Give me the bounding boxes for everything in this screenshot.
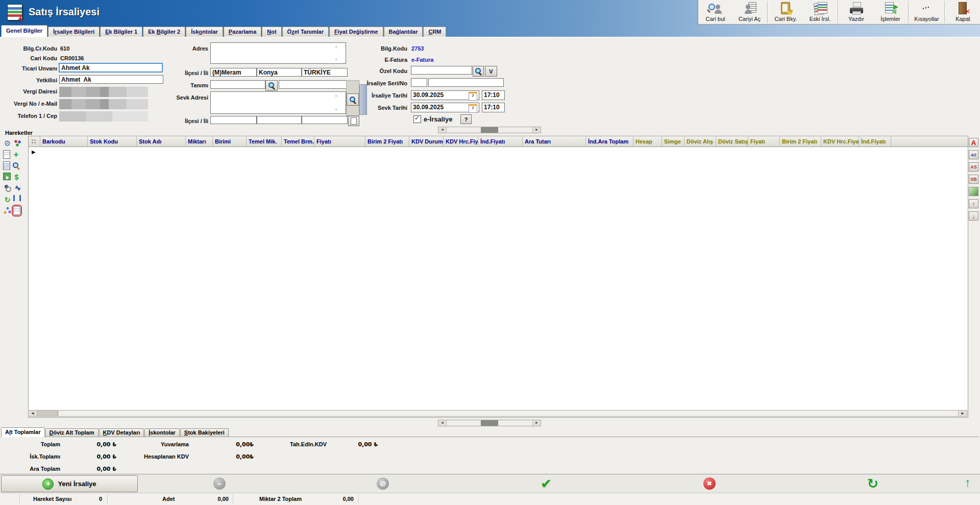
- calendar-icon[interactable]: 7: [469, 92, 477, 101]
- grid-column-header[interactable]: Miktarı: [186, 136, 213, 147]
- tab[interactable]: İskontolar: [186, 27, 223, 37]
- confirm-button[interactable]: ✔: [540, 477, 552, 490]
- grid-column-header[interactable]: Fiyatı: [748, 136, 780, 147]
- tab[interactable]: Ek Bilgiler 2: [143, 27, 185, 37]
- grid-column-header[interactable]: Döviz Alış: [684, 136, 716, 147]
- grid-column-header[interactable]: İnd.Fiyatı: [859, 136, 891, 147]
- sevk-tarihi-input[interactable]: 30.09.2025 7: [411, 103, 479, 112]
- yetkilisi-input[interactable]: [59, 75, 163, 84]
- settings-icon[interactable]: ⚙: [3, 139, 12, 148]
- yeni-irsaliye-button[interactable]: + Yeni İrsaliye: [1, 475, 138, 492]
- sort-az-button[interactable]: AZ: [969, 150, 978, 159]
- ilce-input[interactable]: [210, 68, 257, 77]
- kapat-button[interactable]: ✕ Kapat: [946, 0, 980, 24]
- totals-tab[interactable]: KDV Detayları: [99, 428, 144, 437]
- grid-column-header[interactable]: Hesap: [633, 136, 662, 147]
- eski-irsl-button[interactable]: Eski İrsl.: [803, 0, 837, 24]
- ozel-kodu-lookup-button[interactable]: [473, 66, 484, 77]
- irsaliye-no-input[interactable]: [428, 78, 504, 87]
- find-item-icon[interactable]: [12, 161, 20, 170]
- irsaliye-saati-input[interactable]: 17:10: [482, 90, 505, 100]
- sort-a-button[interactable]: A: [969, 138, 978, 147]
- kisayollar-button[interactable]: Kısayollar: [910, 0, 944, 24]
- address-detail-button[interactable]: [348, 116, 359, 126]
- adres-textarea[interactable]: [210, 42, 346, 64]
- grid-column-header[interactable]: Barkodu: [40, 136, 88, 147]
- delete-button[interactable]: ✖: [703, 477, 716, 490]
- import-icon[interactable]: [3, 173, 11, 180]
- move-down-button[interactable]: ↓: [969, 211, 978, 221]
- tab[interactable]: Fiyat Değiştirme: [329, 27, 383, 37]
- scroll-up-icon[interactable]: ▲: [334, 44, 978, 49]
- grid-column-header[interactable]: İnd.Fiyatı: [478, 136, 523, 147]
- tab[interactable]: Pazarlama: [224, 27, 261, 37]
- move-up-button[interactable]: ↑: [969, 199, 978, 208]
- grid-column-header[interactable]: KDV Hrc.Fiyat: [821, 136, 859, 147]
- scroll-right-icon[interactable]: ►: [958, 411, 967, 416]
- eirsaliye-help-button[interactable]: ?: [460, 114, 472, 124]
- sb-button[interactable]: SB: [969, 175, 978, 184]
- scroll-left-icon[interactable]: ◄: [438, 127, 447, 133]
- void-button[interactable]: ⊘: [377, 477, 389, 490]
- customer-search-icon[interactable]: [3, 184, 12, 193]
- scrollbar-thumb[interactable]: [37, 411, 58, 416]
- vergi-no-redacted[interactable]: [59, 99, 148, 109]
- sort-icon[interactable]: [13, 184, 22, 193]
- grid-column-header[interactable]: Birim 2 Fiyatı: [365, 136, 409, 147]
- vergi-dairesi-redacted[interactable]: [59, 87, 148, 97]
- yazdir-button[interactable]: Yazdır: [839, 0, 873, 24]
- grid-column-header[interactable]: İnd.Ara Toplam: [586, 136, 633, 147]
- grid-grip[interactable]: [29, 136, 40, 147]
- tanimi-lookup-button[interactable]: [265, 80, 278, 91]
- eirsaliye-checkbox[interactable]: [413, 115, 421, 123]
- grid-horizontal-scrollbar[interactable]: ◄ ►: [28, 410, 967, 417]
- islemler-button[interactable]: İşlemler: [873, 0, 908, 24]
- sevk-il-input[interactable]: [257, 116, 302, 124]
- tab[interactable]: Özel Tanımlar: [282, 27, 329, 37]
- il-input[interactable]: [257, 68, 302, 77]
- refresh-button[interactable]: ↻: [867, 477, 879, 490]
- new-document-icon[interactable]: [3, 150, 10, 159]
- telefon-redacted[interactable]: [59, 111, 148, 122]
- as-button[interactable]: AS: [969, 162, 978, 172]
- totals-tab[interactable]: Stok Bakiyeleri: [180, 428, 229, 437]
- pause-icon[interactable]: [13, 195, 21, 201]
- remove-row-button[interactable]: –: [213, 477, 226, 490]
- grid-top-scrollbar[interactable]: ◄ ►: [438, 127, 541, 133]
- scroll-right-icon[interactable]: ►: [532, 420, 541, 426]
- grid-body[interactable]: ▶: [29, 147, 968, 411]
- add-row-icon[interactable]: +: [12, 150, 20, 159]
- ozel-kodu-input[interactable]: [411, 66, 472, 75]
- cari-bul-button[interactable]: Cari bul: [698, 0, 732, 24]
- grid-column-header[interactable]: Ara Tutarı: [523, 136, 586, 147]
- currency-icon[interactable]: $: [12, 173, 21, 181]
- grid-highlight-button[interactable]: [969, 187, 978, 196]
- scrollbar-thumb[interactable]: [481, 420, 498, 426]
- document-lines-icon[interactable]: [3, 161, 10, 170]
- tab[interactable]: Genel Bilgiler: [1, 25, 47, 37]
- grid-column-header[interactable]: KDV Durumu: [409, 136, 444, 147]
- grid-column-header[interactable]: Temel Mik.: [247, 136, 282, 147]
- scroll-right-icon[interactable]: ►: [532, 127, 541, 133]
- scroll-top-button[interactable]: ↑: [965, 475, 971, 490]
- grid-column-header[interactable]: Birimi: [213, 136, 247, 147]
- grid-column-header[interactable]: Simge: [662, 136, 684, 147]
- scroll-left-icon[interactable]: ◄: [29, 411, 37, 416]
- refresh-icon[interactable]: ↻: [3, 195, 12, 204]
- grid-column-header[interactable]: Temel Brm.: [282, 136, 314, 147]
- ticari-unvani-input[interactable]: [59, 63, 163, 73]
- grid-column-header[interactable]: Birim 2 Fiyatı: [780, 136, 821, 147]
- tab[interactable]: CRM: [423, 27, 446, 37]
- tab[interactable]: Not: [262, 27, 281, 37]
- totals-tab[interactable]: İskontolar: [144, 428, 180, 437]
- colors-icon[interactable]: [13, 139, 22, 148]
- tab[interactable]: Ek Bilgiler 1: [100, 27, 142, 37]
- sevk-saati-input[interactable]: 17:10: [482, 103, 505, 112]
- irsaliye-tarihi-input[interactable]: 30.09.2025 7: [411, 90, 479, 100]
- document-list-icon[interactable]: [13, 206, 20, 215]
- cariyi-ac-button[interactable]: Cariyi Aç: [732, 0, 767, 24]
- grid-column-header[interactable]: Stok Kodu: [88, 136, 137, 147]
- totals-tab[interactable]: Alt Toplamlar: [1, 427, 45, 437]
- grid-column-header[interactable]: Döviz Satış: [716, 136, 748, 147]
- sevk-ulke-input[interactable]: [302, 116, 348, 124]
